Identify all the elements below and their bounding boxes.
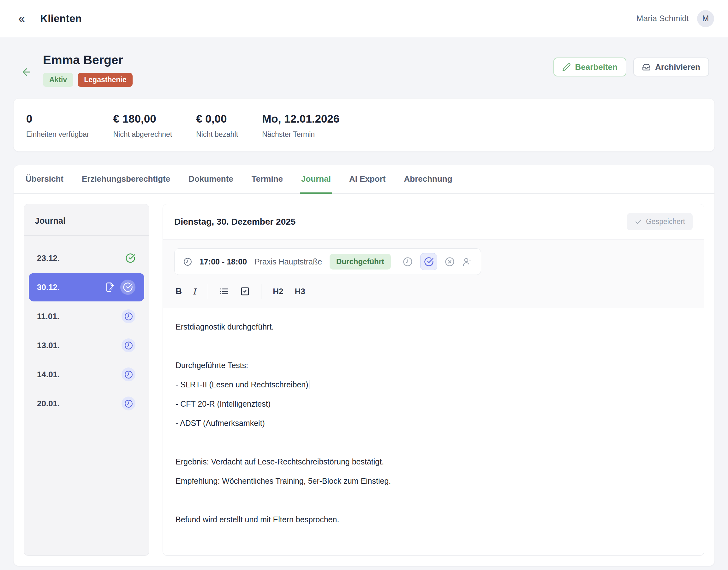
journal-entry-list: 23.12. 30.12.: [24, 236, 149, 426]
editor-paragraph: - ADST (Aufmerksamkeit): [175, 418, 691, 429]
saved-status-badge: Gespeichert: [627, 213, 693, 230]
editor-paragraph-text: - SLRT-II (Lesen und Rechtschreiben): [175, 380, 308, 389]
clock-icon: [121, 338, 135, 352]
stat-value: € 0,00: [196, 112, 238, 125]
bold-button[interactable]: B: [175, 287, 182, 296]
editor-paragraph: Erstdiagnostik durchgeführt.: [175, 321, 691, 332]
tab-bar: Übersicht Erziehungsberechtigte Dokument…: [14, 165, 714, 194]
journal-entry-11-01[interactable]: 11.01.: [29, 302, 144, 330]
editor-paragraph: Durchgeführte Tests:: [175, 360, 691, 371]
stat-label: Einheiten verfügbar: [26, 130, 89, 139]
set-cancelled-icon[interactable]: [445, 257, 455, 267]
edit-button-label: Bearbeiten: [575, 62, 618, 72]
status-badge: Aktiv: [43, 73, 73, 87]
journal-entry-14-01[interactable]: 14.01.: [29, 360, 144, 389]
stat-value: € 180,00: [113, 112, 172, 125]
sidebar-collapse-icon[interactable]: «: [18, 13, 25, 25]
check-circle-icon: [125, 253, 135, 263]
client-name: Emma Berger: [43, 53, 133, 67]
stat-label: Nicht abgerechnet: [113, 130, 172, 139]
appointment-time: 17:00 - 18:00: [199, 257, 247, 266]
editor-paragraph-with-caret: - SLRT-II (Lesen und Rechtschreiben): [175, 379, 691, 390]
italic-button[interactable]: I: [193, 287, 196, 296]
journal-entry-30-12[interactable]: 30.12.: [29, 273, 144, 301]
appointment-location: Praxis Hauptstraße: [254, 257, 322, 266]
check-circle-icon: [120, 280, 135, 295]
journal-entry-23-12[interactable]: 23.12.: [29, 244, 144, 272]
h2-button[interactable]: H2: [273, 287, 283, 296]
editor-toolbar: B I H2 H3: [163, 275, 704, 307]
journal-sidebar-header: Journal: [24, 204, 149, 236]
h3-button[interactable]: H3: [294, 287, 305, 296]
toolbar-divider: [208, 284, 208, 299]
edit-button[interactable]: Bearbeiten: [553, 57, 626, 76]
editor-paragraph: Befund wird erstellt und mit Eltern besp…: [175, 514, 691, 525]
pencil-icon: [562, 63, 571, 71]
set-no-show-icon[interactable]: [462, 257, 472, 267]
entry-date: 14.01.: [37, 370, 60, 379]
saved-status-label: Gespeichert: [646, 217, 685, 226]
content-wrapper: Übersicht Erziehungsberechtigte Dokument…: [13, 165, 715, 566]
entry-date-title: Dienstag, 30. Dezember 2025: [174, 217, 295, 227]
clock-icon: [121, 396, 135, 410]
diagnosis-badge: Legasthenie: [78, 73, 133, 87]
checklist-icon[interactable]: [240, 287, 250, 296]
stat-units: 0 Einheiten verfügbar: [26, 112, 89, 139]
file-pen-icon: [105, 282, 115, 292]
tab-dokumente[interactable]: Dokumente: [187, 165, 234, 194]
check-icon: [635, 218, 642, 226]
appointment-status-badge: Durchgeführt: [329, 254, 391, 270]
tab-termine[interactable]: Termine: [250, 165, 284, 194]
avatar[interactable]: M: [697, 10, 714, 27]
editor-paragraph: [175, 341, 691, 352]
clock-icon: [121, 367, 135, 381]
appointment-chip: 17:00 - 18:00 Praxis Hauptstraße Durchge…: [174, 248, 481, 275]
editor-paragraph: [175, 437, 691, 448]
stat-label: Nicht bezahlt: [196, 130, 238, 139]
entry-date: 13.01.: [37, 341, 60, 350]
stats-card: 0 Einheiten verfügbar € 180,00 Nicht abg…: [13, 98, 715, 152]
bullet-list-icon[interactable]: [219, 287, 229, 296]
tab-journal[interactable]: Journal: [300, 165, 332, 194]
client-header: Emma Berger Aktiv Legasthenie Bearbeiten…: [0, 37, 728, 98]
entry-header: Dienstag, 30. Dezember 2025 Gespeichert: [163, 204, 704, 240]
set-done-icon[interactable]: [420, 253, 437, 270]
archive-button[interactable]: Archivieren: [633, 57, 709, 76]
editor-paragraph: Ergebnis: Verdacht auf Lese-Rechtschreib…: [175, 456, 691, 467]
archive-icon: [642, 63, 651, 71]
clock-icon: [121, 309, 135, 323]
stat-next-appointment: Mo, 12.01.2026 Nächster Termin: [262, 112, 339, 139]
tab-abrechnung[interactable]: Abrechnung: [403, 165, 454, 194]
stat-value: 0: [26, 112, 89, 125]
stat-value: Mo, 12.01.2026: [262, 112, 339, 125]
user-name: Maria Schmidt: [636, 14, 689, 23]
top-bar: « Klienten Maria Schmidt M: [0, 0, 728, 37]
text-cursor: [309, 380, 309, 389]
toolbar-divider: [261, 284, 261, 299]
editor-paragraph: - CFT 20-R (Intelligenztest): [175, 398, 691, 409]
avatar-initial: M: [702, 14, 709, 23]
entry-date: 20.01.: [37, 399, 60, 408]
stat-label: Nächster Termin: [262, 130, 339, 139]
back-arrow-icon[interactable]: [21, 66, 32, 87]
editor-paragraph: Empfehlung: Wöchentliches Training, 5er-…: [175, 476, 691, 487]
appointment-section: 17:00 - 18:00 Praxis Hauptstraße Durchge…: [163, 240, 704, 275]
stat-unpaid: € 0,00 Nicht bezahlt: [196, 112, 238, 139]
tab-ai-export[interactable]: AI Export: [348, 165, 387, 194]
journal-text-editor[interactable]: Erstdiagnostik durchgeführt. Durchgeführ…: [163, 307, 704, 555]
journal-sidebar-title: Journal: [35, 216, 66, 226]
journal-entry-20-01[interactable]: 20.01.: [29, 389, 144, 418]
tab-erziehungsberechtigte[interactable]: Erziehungsberechtigte: [80, 165, 171, 194]
entry-date: 30.12.: [37, 282, 60, 292]
editor-paragraph: [175, 495, 691, 506]
clock-icon: [183, 258, 192, 266]
tab-uebersicht[interactable]: Übersicht: [24, 165, 65, 194]
entry-date: 11.01.: [37, 312, 59, 321]
archive-button-label: Archivieren: [655, 62, 700, 72]
stat-unbilled: € 180,00 Nicht abgerechnet: [113, 112, 172, 139]
journal-entry-panel: Dienstag, 30. Dezember 2025 Gespeichert …: [163, 204, 704, 556]
set-pending-icon[interactable]: [403, 257, 413, 267]
entry-date: 23.12.: [37, 253, 60, 263]
journal-sidebar: Journal 23.12. 30.12.: [24, 204, 149, 556]
journal-entry-13-01[interactable]: 13.01.: [29, 331, 144, 359]
